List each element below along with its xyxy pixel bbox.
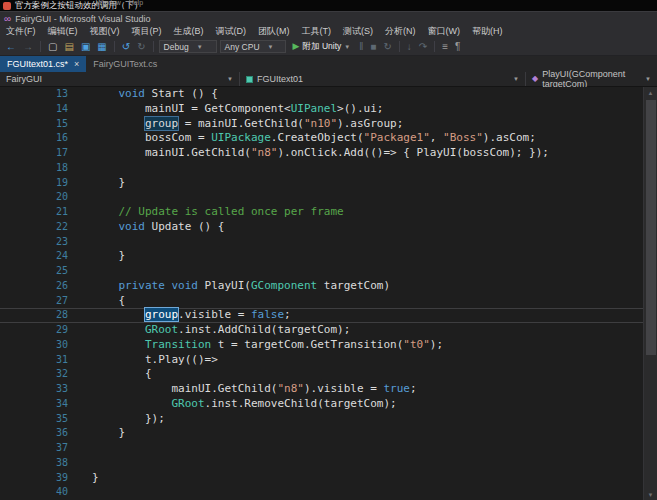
code-line[interactable]: 18 [0, 161, 643, 176]
code-line[interactable]: 13 void Start () { [0, 87, 643, 102]
line-number[interactable]: 18 [0, 161, 92, 176]
line-number[interactable]: 35 [0, 412, 92, 427]
close-icon[interactable]: × [74, 59, 79, 69]
menu-item[interactable]: 帮助(H) [466, 25, 509, 38]
code-editor[interactable]: 13 void Start () {14 mainUI = GetCompone… [0, 87, 657, 500]
line-number[interactable]: 22 [0, 220, 92, 235]
new-file-icon[interactable]: ▢ [46, 42, 59, 52]
pause-icon[interactable]: ‖ [357, 42, 365, 52]
code-line[interactable]: 25 [0, 264, 643, 279]
comment-icon[interactable]: ¶ [453, 42, 462, 52]
step-over-icon[interactable]: ↷ [417, 42, 429, 52]
code-line[interactable]: 24 } [0, 249, 643, 264]
type-dropdown[interactable]: FGUItext01 ▼ [240, 72, 526, 86]
save-all-icon[interactable]: ▦ [95, 42, 108, 52]
menu-item[interactable]: 测试(S) [337, 25, 379, 38]
line-number[interactable]: 25 [0, 264, 92, 279]
line-number[interactable]: 17 [0, 146, 92, 161]
code-line[interactable]: 21 // Update is called once per frame [0, 205, 643, 220]
code-line[interactable]: 32 { [0, 367, 643, 382]
line-number[interactable]: 33 [0, 382, 92, 397]
member-dropdown[interactable]: ◆ PlayUI(GComponent targetCom) ▼ [526, 72, 657, 86]
tab-fairyguitext[interactable]: FairyGUIText.cs [86, 56, 164, 72]
line-number[interactable]: 13 [0, 87, 92, 102]
menu-item[interactable]: 编辑(E) [42, 25, 84, 38]
undo-icon[interactable]: ↺ [120, 42, 132, 52]
line-number[interactable]: 15 [0, 117, 92, 132]
scroll-down-icon[interactable]: ▼ [648, 489, 654, 500]
save-icon[interactable]: ▣ [79, 42, 92, 52]
menu-item[interactable]: 调试(D) [210, 25, 253, 38]
stop-icon[interactable]: ■ [368, 42, 378, 52]
line-number[interactable]: 38 [0, 456, 92, 471]
menu-item[interactable]: 生成(B) [168, 25, 210, 38]
code-line[interactable]: 28 group.visible = false; [0, 308, 643, 323]
line-number[interactable]: 19 [0, 176, 92, 191]
line-number[interactable]: 21 [0, 205, 92, 220]
code-line[interactable]: 27 { [0, 294, 643, 309]
tab-fguitext01[interactable]: FGUItext01.cs* × [0, 56, 86, 72]
outline-icon[interactable]: ≡ [440, 42, 450, 52]
line-number[interactable]: 40 [0, 485, 92, 500]
code-line[interactable]: 38 [0, 456, 643, 471]
line-number[interactable]: 28 [0, 308, 92, 323]
line-number[interactable]: 20 [0, 190, 92, 205]
scroll-up-icon[interactable]: ▲ [648, 87, 654, 98]
line-number[interactable]: 29 [0, 323, 92, 338]
menu-item[interactable]: 视图(V) [84, 25, 126, 38]
solution-config-dropdown[interactable]: Debug ▼ [159, 40, 217, 53]
code-lines[interactable]: 13 void Start () {14 mainUI = GetCompone… [0, 87, 643, 500]
project-name: FairyGUI [6, 74, 42, 84]
menu-item[interactable]: 项目(P) [126, 25, 168, 38]
line-number[interactable]: 26 [0, 279, 92, 294]
code-line[interactable]: 14 mainUI = GetComponent<UIPanel>().ui; [0, 102, 643, 117]
code-line[interactable]: 23 [0, 235, 643, 250]
code-line[interactable]: 20 [0, 190, 643, 205]
code-line[interactable]: 31 t.Play(()=> [0, 353, 643, 368]
menu-item[interactable]: 文件(F) [0, 25, 42, 38]
line-number[interactable]: 37 [0, 441, 92, 456]
line-number[interactable]: 16 [0, 131, 92, 146]
platform-dropdown[interactable]: Any CPU ▼ [220, 40, 286, 53]
code-line[interactable]: 19 } [0, 176, 643, 191]
code-line[interactable]: 15 group = mainUI.GetChild("n10").asGrou… [0, 117, 643, 132]
line-number[interactable]: 36 [0, 426, 92, 441]
line-number[interactable]: 34 [0, 397, 92, 412]
attach-to-unity-button[interactable]: ▶ 附加 Unity ▼ [289, 41, 355, 53]
code-line[interactable]: 35 }); [0, 412, 643, 427]
line-number[interactable]: 24 [0, 249, 92, 264]
line-number[interactable]: 30 [0, 338, 92, 353]
code-line[interactable]: 34 GRoot.inst.RemoveChild(targetCom); [0, 397, 643, 412]
menu-item[interactable]: 工具(T) [296, 25, 338, 38]
line-number[interactable]: 27 [0, 294, 92, 309]
line-number[interactable]: 31 [0, 353, 92, 368]
title-bar: ∞ FairyGUI - Microsoft Visual Studio [0, 11, 657, 25]
redo-icon[interactable]: ↻ [135, 42, 147, 52]
restart-icon[interactable]: ↻ [381, 42, 393, 52]
scrollbar-thumb[interactable] [646, 100, 656, 355]
line-number[interactable]: 39 [0, 471, 92, 486]
menu-item[interactable]: 窗口(W) [422, 25, 467, 38]
line-number[interactable]: 32 [0, 367, 92, 382]
code-line[interactable]: 29 GRoot.inst.AddChild(targetCom); [0, 323, 643, 338]
code-line[interactable]: 37 [0, 441, 643, 456]
menu-item[interactable]: 分析(N) [379, 25, 422, 38]
code-line[interactable]: 39} [0, 471, 643, 486]
code-line[interactable]: 33 mainUI.GetChild("n8").visible = true; [0, 382, 643, 397]
code-line[interactable]: 22 void Update () { [0, 220, 643, 235]
nav-back-icon[interactable]: ← [4, 42, 18, 52]
code-line[interactable]: 40 [0, 485, 643, 500]
step-into-icon[interactable]: ↓ [405, 42, 414, 52]
line-number[interactable]: 23 [0, 235, 92, 250]
open-file-icon[interactable]: ▤ [62, 42, 75, 52]
code-line[interactable]: 16 bossCom = UIPackage.CreateObject("Pac… [0, 131, 643, 146]
code-line[interactable]: 36 } [0, 426, 643, 441]
vertical-scrollbar[interactable]: ▲ ▼ [643, 87, 657, 500]
code-line[interactable]: 30 Transition t = targetCom.GetTransitio… [0, 338, 643, 353]
menu-item[interactable]: 团队(M) [252, 25, 296, 38]
project-dropdown[interactable]: FairyGUI ▼ [0, 72, 240, 86]
nav-forward-icon[interactable]: → [21, 42, 35, 52]
code-line[interactable]: 17 mainUI.GetChild("n8").onClick.Add(()=… [0, 146, 643, 161]
line-number[interactable]: 14 [0, 102, 92, 117]
code-line[interactable]: 26 private void PlayUI(GComponent target… [0, 279, 643, 294]
